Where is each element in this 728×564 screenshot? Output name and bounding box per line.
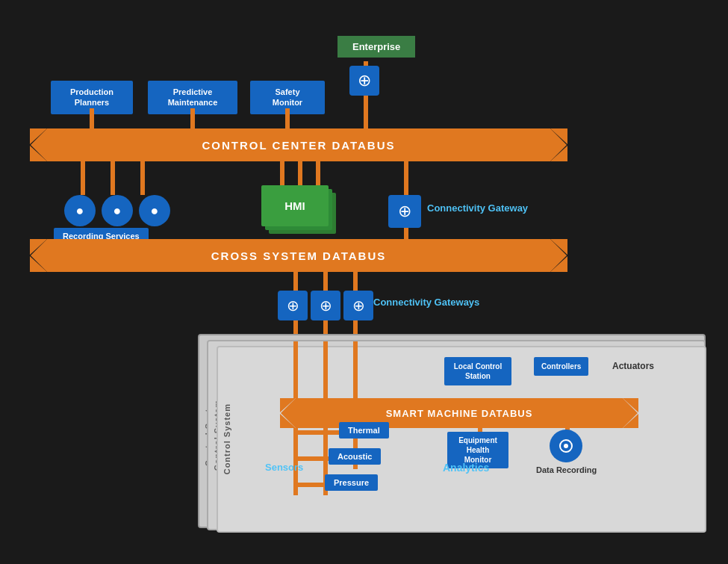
acoustic-box: Acoustic	[329, 448, 381, 465]
data-recording-icon	[550, 430, 582, 462]
hmi-label: HMI	[284, 199, 305, 212]
architecture-diagram: Enterprise ⊕ ProductionPlanners Predicti…	[0, 0, 728, 564]
enterprise-box: Enterprise	[337, 36, 415, 58]
safety-monitor-label: SafetyMonitor	[273, 87, 302, 107]
enterprise-icon: ⊕	[349, 66, 379, 96]
rc2-connector	[111, 161, 115, 195]
cross-system-databus: CROSS SYSTEM DATABUS	[30, 239, 567, 272]
rc1-connector	[81, 161, 85, 195]
hmi3-connector	[316, 161, 320, 188]
controllers-box: Controllers	[534, 357, 588, 376]
hmi2-connector	[298, 161, 302, 188]
inner-conn-1	[293, 341, 298, 403]
recording-services-circles: ● ● ●	[64, 195, 170, 226]
data-recording-label: Data Recording	[536, 465, 597, 474]
pred-connector	[190, 108, 195, 131]
analytics-label: Analytics	[443, 462, 489, 474]
inner-conn-3	[353, 341, 358, 403]
cs3-connector	[353, 272, 358, 291]
gateway-top-connector	[404, 161, 408, 195]
sensors-label: Sensors	[265, 462, 303, 473]
control-system-label-1: Control System	[218, 403, 236, 474]
connectivity-gateway-top-label: Connectivity Gateway	[427, 202, 528, 215]
connectivity-gateways-mid-label: Connectivity Gateways	[373, 296, 479, 309]
enterprise-label: Enterprise	[352, 41, 400, 52]
rec-circle-2: ●	[102, 195, 133, 226]
svg-point-1	[564, 444, 568, 448]
inner-conn-2	[323, 341, 328, 403]
pressure-box: Pressure	[325, 474, 378, 491]
safety-connector	[285, 108, 290, 131]
thermal-h-conn	[293, 430, 346, 435]
actuators-label: Actuators	[612, 361, 654, 371]
cs1-connector	[293, 272, 298, 291]
enterprise-to-bus	[364, 96, 368, 131]
rc3-connector	[140, 161, 145, 195]
production-planners-label: ProductionPlanners	[70, 87, 113, 107]
cs2-connector	[323, 272, 328, 291]
connectivity-gateways-mid: ⊕ ⊕ ⊕	[278, 291, 373, 320]
hmi-connector	[280, 161, 284, 188]
rec-circle-3: ●	[139, 195, 170, 226]
local-control-station: Local Control Station	[444, 357, 511, 385]
connectivity-gateway-top: ⊕	[388, 195, 421, 228]
rec-circle-1: ●	[64, 195, 96, 226]
predictive-maintenance-label: PredictiveMaintenance	[168, 87, 218, 107]
control-center-databus: CONTROL CENTER DATABUS	[30, 128, 567, 161]
thermal-box: Thermal	[339, 422, 389, 439]
smart-machine-databus: SMART MACHINE DATABUS	[280, 398, 638, 428]
cross-system-bus-label: CROSS SYSTEM DATABUS	[211, 250, 386, 262]
control-center-bus-label: CONTROL CENTER DATABUS	[202, 139, 396, 152]
smart-machine-bus-label: SMART MACHINE DATABUS	[386, 408, 533, 419]
prod-connector	[90, 108, 94, 131]
